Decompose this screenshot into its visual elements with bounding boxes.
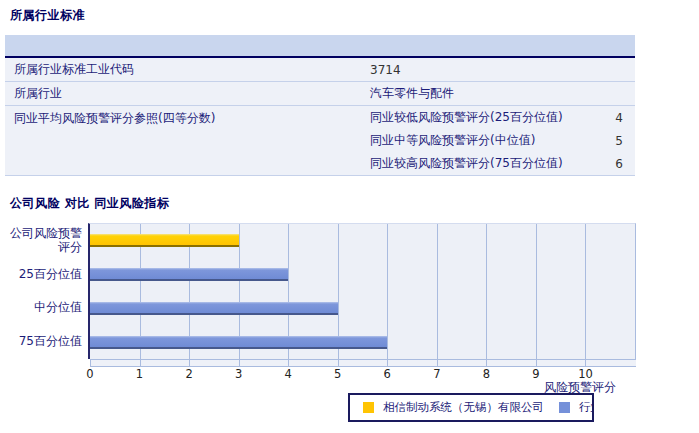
y-axis-label: 75百分位值	[19, 334, 82, 348]
table-row: 所属行业 汽车零件与配件	[5, 82, 635, 106]
chart-tick-band	[90, 359, 636, 367]
x-tick-mark	[387, 360, 388, 366]
subrow: 同业较低风险预警评分(25百分位值) 4	[370, 106, 635, 129]
gridline	[585, 224, 586, 359]
chart-plot	[88, 223, 636, 359]
company-legend-swatch	[363, 402, 374, 413]
gridline	[387, 224, 388, 359]
chart-legend: 相信制动系统（无锡）有限公司 行业	[348, 393, 594, 422]
x-tick-mark	[338, 360, 339, 366]
industry-section-title: 所属行业标准	[10, 7, 85, 24]
y-label-slot: 公司风险预警评分	[0, 223, 82, 257]
subrow-label: 同业较高风险预警评分(75百分位值)	[370, 155, 581, 172]
risk-report-page: { "industry_section": { "title": "所属行业标准…	[0, 0, 699, 433]
row-label: 同业平均风险预警评分参照(四等分数)	[5, 106, 370, 127]
y-label-slot: 75百分位值	[0, 324, 82, 358]
gridline	[536, 224, 537, 359]
y-axis-label: 公司风险预警评分	[6, 226, 82, 254]
x-tick-mark	[239, 360, 240, 366]
subrow: 同业较高风险预警评分(75百分位值) 6	[370, 152, 635, 175]
x-tick-mark	[288, 360, 289, 366]
bar-中分位值	[90, 302, 338, 315]
x-tick-mark	[90, 360, 91, 366]
subrow-label: 同业较低风险预警评分(25百分位值)	[370, 109, 581, 126]
table-row: 所属行业标准工业代码 3714	[5, 58, 635, 82]
row-label: 所属行业标准工业代码	[5, 61, 370, 78]
row-label: 所属行业	[5, 85, 370, 102]
y-label-slot: 中分位值	[0, 291, 82, 325]
bar-25百分位值	[90, 268, 288, 281]
x-tick-mark	[536, 360, 537, 366]
chart-section-title: 公司风险 对比 同业风险指标	[10, 195, 169, 212]
industry-legend-swatch	[559, 402, 570, 413]
company-legend-label: 相信制动系统（无锡）有限公司	[383, 400, 544, 415]
gridline	[486, 224, 487, 359]
table-header-band	[5, 35, 635, 58]
y-axis-label: 中分位值	[34, 300, 82, 314]
y-axis-label: 25百分位值	[19, 267, 82, 281]
x-tick-mark	[585, 360, 586, 366]
subrow: 同业中等风险预警评分(中位值) 5	[370, 129, 635, 152]
x-tick-mark	[486, 360, 487, 366]
bar-75百分位值	[90, 336, 387, 349]
percentile-75-value: 6	[581, 157, 635, 171]
bar-公司风险预警评分	[90, 234, 239, 247]
table-row: 同业平均风险预警评分参照(四等分数) 同业较低风险预警评分(25百分位值) 4 …	[5, 106, 635, 176]
median-value: 5	[581, 134, 635, 148]
x-tick-mark	[140, 360, 141, 366]
x-tick-mark	[437, 360, 438, 366]
industry-name-value: 汽车零件与配件	[370, 85, 635, 102]
industry-code-value: 3714	[370, 63, 635, 77]
industry-legend-label: 行业	[579, 400, 594, 415]
percentile-25-value: 4	[581, 111, 635, 125]
y-label-slot: 25百分位值	[0, 257, 82, 291]
subrow-label: 同业中等风险预警评分(中位值)	[370, 132, 581, 149]
gridline	[437, 224, 438, 359]
industry-standards-table: 所属行业标准工业代码 3714 所属行业 汽车零件与配件 同业平均风险预警评分参…	[5, 35, 635, 176]
chart-y-axis-labels: 公司风险预警评分25百分位值中分位值75百分位值	[0, 223, 82, 358]
quartile-subrows: 同业较低风险预警评分(25百分位值) 4 同业中等风险预警评分(中位值) 5 同…	[370, 106, 635, 175]
x-tick-mark	[189, 360, 190, 366]
